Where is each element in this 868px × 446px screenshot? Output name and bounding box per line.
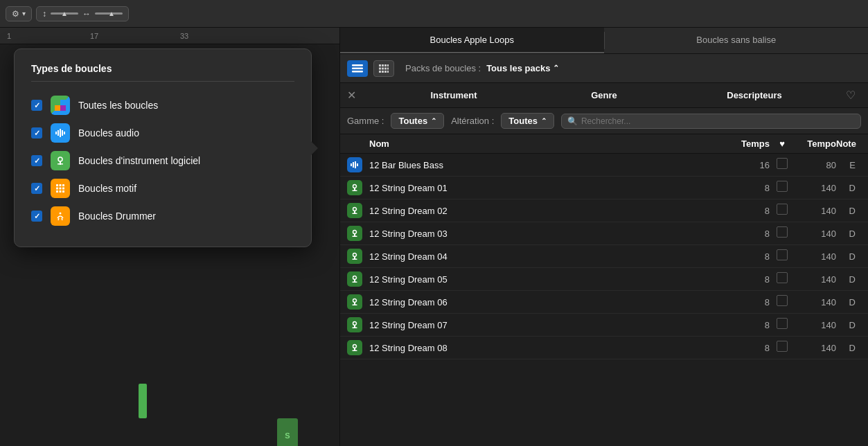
row-heart[interactable] [770,318,795,332]
th-note[interactable]: Note [836,139,861,149]
checkbox-soft[interactable]: ✓ [31,155,42,166]
col-headers: ✕ Instrument Genre Descripteurs ♡ [340,83,868,108]
svg-rect-11 [57,163,63,165]
row-heart[interactable] [770,158,795,172]
grid-view-button[interactable] [373,60,394,77]
row-heart[interactable] [770,295,795,309]
table-row[interactable]: 12 String Dream 04 8 140 D [340,245,868,268]
track-segment-1 [139,384,147,418]
gear-button[interactable]: ⚙ ▾ [6,6,32,21]
checkbox-drummer[interactable]: ✓ [31,211,42,222]
filter-bar: Packs de boucles : Tous les packs ⌃ [340,54,868,83]
top-toolbar: ⚙ ▾ ↕ ▲ ↔ ▲ [0,0,868,28]
table-row[interactable]: 12 String Dream 03 8 140 D [340,222,868,245]
close-filter-button[interactable]: ✕ [347,89,368,102]
gamme-chevron-icon: ⌃ [431,117,436,125]
checkbox-motif[interactable]: ✓ [31,183,42,194]
table-row[interactable]: 12 String Dream 07 8 140 D [340,314,868,337]
heart-checkbox[interactable] [777,295,788,306]
row-heart[interactable] [770,341,795,355]
list-view-button[interactable] [347,60,368,77]
table-row[interactable]: 12 String Dream 01 8 140 D [340,177,868,199]
heart-filter-button[interactable]: ♡ [840,89,861,102]
col-instrument[interactable]: Instrument [368,90,540,100]
row-temps: 8 [728,183,770,193]
table-row[interactable]: 12 String Dream 06 8 140 D [340,291,868,314]
gamme-value: Toutes [398,116,427,126]
loop-type-soft-label: Boucles d'instrument logiciel [78,155,200,166]
th-name[interactable]: Nom [369,139,728,149]
alteration-chevron-icon: ⌃ [541,117,547,125]
svg-rect-17 [62,188,64,190]
svg-rect-35 [379,71,381,73]
row-note: D [836,320,861,330]
row-type-icon [347,271,362,287]
heart-checkbox[interactable] [777,318,788,329]
row-name: 12 String Dream 02 [369,206,728,216]
svg-rect-28 [382,64,384,66]
svg-rect-32 [382,67,384,69]
checkbox-audio[interactable]: ✓ [31,127,42,139]
heart-checkbox[interactable] [777,204,788,215]
tab-sans-balise[interactable]: Boucles sans balise [605,28,869,53]
svg-rect-19 [60,190,62,193]
th-heart[interactable]: ♥ [770,139,795,149]
svg-rect-66 [353,350,357,352]
heart-checkbox[interactable] [777,341,788,352]
check-icon-drummer: ✓ [34,212,40,221]
alteration-value: Toutes [508,116,538,126]
table-row[interactable]: 12 String Dream 02 8 140 D [340,199,868,222]
chevron-down-icon: ▾ [22,10,26,17]
table-row[interactable]: 12 String Dream 05 8 140 D [340,268,868,291]
gamme-dropdown[interactable]: Toutes ⌃ [391,113,444,129]
row-note: D [836,183,861,193]
heart-checkbox[interactable] [777,249,788,260]
heart-checkbox[interactable] [777,181,788,192]
loop-type-audio[interactable]: ✓ Boucles audio [31,119,294,147]
table-row[interactable]: 12 Bar Blues Bass 16 80 E [340,154,868,177]
loop-type-drummer[interactable]: ✓ Boucles Drummer [31,202,294,230]
loop-type-soft[interactable]: ✓ Boucles d'instrument logiciel [31,147,294,175]
loop-type-motif[interactable]: ✓ Boucles motif [31,175,294,202]
row-heart[interactable] [770,226,795,240]
row-name: 12 String Dream 03 [369,229,728,239]
gamme-label: Gamme : [347,116,384,126]
popup-title: Types de boucles [31,63,294,82]
svg-rect-25 [352,67,363,69]
loop-type-audio-label: Boucles audio [78,127,139,139]
svg-rect-60 [353,305,357,306]
loop-type-all[interactable]: ✓ Toutes les boucles [31,91,294,119]
th-temps[interactable]: Temps [728,139,770,149]
th-tempo[interactable]: Tempo [795,139,836,149]
svg-rect-20 [62,190,64,193]
search-box[interactable]: 🔍 [561,114,861,129]
heart-checkbox[interactable] [777,158,788,169]
row-note: D [836,229,861,239]
heart-checkbox[interactable] [777,226,788,238]
alteration-dropdown[interactable]: Toutes ⌃ [501,113,554,129]
ruler-mark-1: 1 [7,32,11,40]
row-type-icon [347,340,362,355]
row-type-icon [347,226,362,241]
pitch-speed-button[interactable]: ↕ ▲ ↔ ▲ [36,6,129,21]
icon-soft-instrument [51,151,70,170]
svg-rect-51 [353,236,357,238]
tab-apple-loops[interactable]: Boucles Apple Loops [340,28,604,53]
row-heart[interactable] [770,204,795,217]
svg-rect-0 [55,100,60,105]
heart-checkbox[interactable] [777,272,788,283]
right-panel: Boucles Apple Loops Boucles sans balise [339,28,868,446]
checkbox-all[interactable]: ✓ [31,100,42,111]
row-type-icon [347,317,362,332]
row-heart[interactable] [770,272,795,286]
row-heart[interactable] [770,249,795,263]
search-input[interactable] [581,116,855,126]
table-row[interactable]: 12 String Dream 08 8 140 D [340,337,868,359]
row-note: D [836,343,861,353]
col-descriptors[interactable]: Descripteurs [668,90,840,100]
packs-select[interactable]: Tous les packs ⌃ [486,63,559,73]
row-heart[interactable] [770,181,795,195]
col-genre[interactable]: Genre [540,90,668,100]
packs-value: Tous les packs [486,63,550,73]
table-header: Nom Temps ♥ Tempo Note [340,134,868,154]
